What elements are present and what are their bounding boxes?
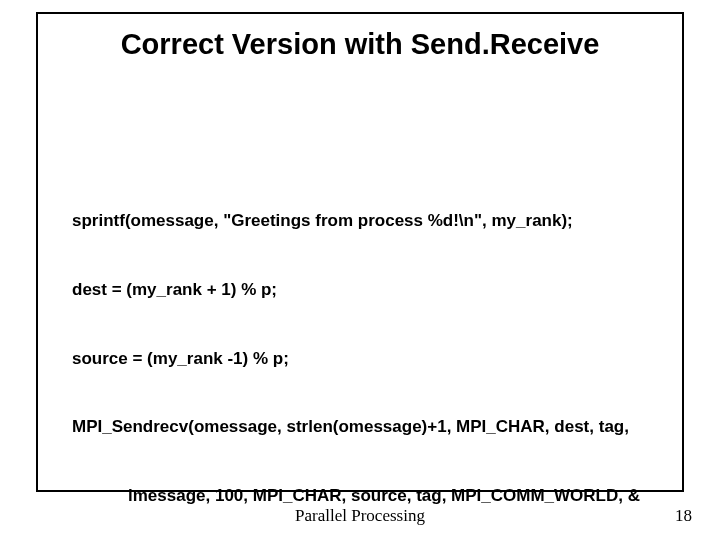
slide: Correct Version with Send.Receive sprint… — [0, 0, 720, 540]
content-frame: Correct Version with Send.Receive sprint… — [36, 12, 684, 492]
code-block: sprintf(omessage, "Greetings from proces… — [72, 164, 652, 540]
slide-title: Correct Version with Send.Receive — [38, 28, 682, 61]
code-line-1: sprintf(omessage, "Greetings from proces… — [72, 210, 652, 233]
page-number: 18 — [675, 506, 692, 526]
code-line-5: imessage, 100, MPI_CHAR, source, tag, MP… — [72, 485, 652, 508]
footer-text: Parallel Processing — [0, 506, 720, 526]
code-line-2: dest = (my_rank + 1) % p; — [72, 279, 652, 302]
code-line-3: source = (my_rank -1) % p; — [72, 348, 652, 371]
code-line-4: MPI_Sendrecv(omessage, strlen(omessage)+… — [72, 416, 652, 439]
